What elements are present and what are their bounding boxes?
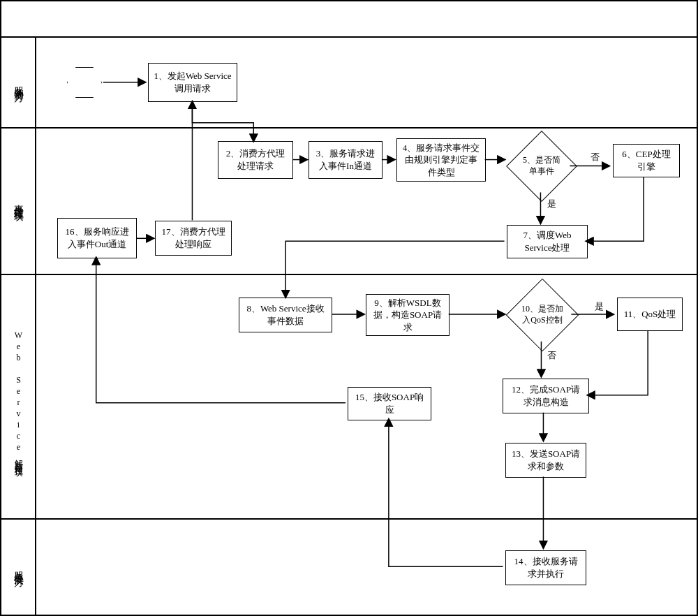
node-1-text: 1、发起Web Service调用请求 (153, 70, 232, 94)
node-15-text: 15、接收SOAP响应 (352, 391, 426, 416)
swimlane-diagram: 服务消费方 1、发起Web Service调用请求 事件处理模块 2、消费方代理… (0, 0, 698, 616)
node-11: 11、QoS处理 (617, 298, 683, 331)
node-4-text: 4、服务请求事件交由规则引擎判定事件类型 (401, 142, 481, 179)
node-6-text: 6、CEP处理引擎 (618, 148, 675, 173)
node-13: 13、发送SOAP请求和参数 (505, 443, 586, 478)
node-3: 3、服务请求进入事件In通道 (309, 141, 383, 179)
lane-label-event: 事件处理模块 (1, 129, 36, 274)
edge-label-yes5: 是 (547, 198, 556, 210)
node-11-text: 11、QoS处理 (624, 308, 676, 321)
lane-label-text: 服务提供方 (12, 564, 24, 571)
node-14: 14、接收服务请求并执行 (505, 550, 586, 585)
node-17-text: 17、消费方代理处理响应 (160, 226, 227, 250)
node-8-text: 8、Web Service接收事件数据 (244, 302, 327, 327)
node-16-text: 16、服务响应进入事件Out通道 (62, 226, 132, 250)
edge-label-no10: 否 (547, 349, 556, 362)
node-10-text: 10、是否加入QoS控制 (517, 304, 568, 325)
edge-label-yes10: 是 (595, 300, 604, 313)
node-2: 2、消费方代理处理请求 (218, 141, 293, 179)
node-5-text: 5、是否简单事件 (517, 155, 567, 177)
header-band (1, 1, 697, 38)
node-10-decision: 10、是否加入QoS控制 (517, 289, 568, 341)
lane-label-text: 服务消费方 (12, 79, 24, 86)
node-5-decision: 5、是否简单事件 (517, 141, 567, 191)
node-8: 8、Web Service接收事件数据 (239, 298, 332, 332)
lane-label-text: 事件处理模块 (12, 197, 24, 205)
start-node (67, 67, 102, 98)
lane-event: 事件处理模块 2、消费方代理处理请求 3、服务请求进入事件In通道 4、服务请求… (1, 129, 697, 275)
lane-label-provider: 服务提供方 (1, 520, 36, 615)
node-15: 15、接收SOAP响应 (348, 387, 431, 420)
lane-content-provider: 14、接收服务请求并执行 (36, 520, 697, 615)
node-2-text: 2、消费方代理处理请求 (223, 147, 288, 172)
edge-label-no5: 否 (591, 151, 600, 163)
node-14-text: 14、接收服务请求并执行 (510, 555, 581, 580)
node-12: 12、完成SOAP请求消息构造 (503, 379, 589, 413)
lane-content-ws: 8、Web Service接收事件数据 9、解析WSDL数据，构造SOAP请求 … (36, 275, 697, 518)
lanes-container: 服务消费方 1、发起Web Service调用请求 事件处理模块 2、消费方代理… (1, 38, 697, 615)
node-4: 4、服务请求事件交由规则引擎判定事件类型 (396, 138, 486, 182)
lane-label-consumer: 服务消费方 (1, 38, 36, 127)
lane-content-event: 2、消费方代理处理请求 3、服务请求进入事件In通道 4、服务请求事件交由规则引… (36, 129, 697, 274)
node-7-text: 7、调度Web Service处理 (512, 229, 583, 254)
node-6: 6、CEP处理引擎 (613, 144, 680, 177)
node-9: 9、解析WSDL数据，构造SOAP请求 (366, 294, 450, 336)
node-3-text: 3、服务请求进入事件In通道 (313, 147, 378, 172)
node-12-text: 12、完成SOAP请求消息构造 (507, 383, 584, 408)
lane-consumer: 服务消费方 1、发起Web Service调用请求 (1, 38, 697, 129)
lane-label-text: Web Service解析与处理模块 (13, 330, 24, 463)
lane-ws: Web Service解析与处理模块 8、Web Service接收事件数据 9… (1, 275, 697, 520)
lane-provider: 服务提供方 14、接收服务请求并执行 (1, 520, 697, 616)
node-1: 1、发起Web Service调用请求 (148, 63, 237, 102)
lane-label-ws: Web Service解析与处理模块 (1, 275, 36, 518)
node-16: 16、服务响应进入事件Out通道 (57, 218, 137, 258)
lane-content-consumer: 1、发起Web Service调用请求 (36, 38, 697, 127)
node-13-text: 13、发送SOAP请求和参数 (510, 448, 581, 472)
node-9-text: 9、解析WSDL数据，构造SOAP请求 (371, 297, 445, 334)
node-7: 7、调度Web Service处理 (507, 225, 588, 258)
node-17: 17、消费方代理处理响应 (155, 221, 232, 256)
